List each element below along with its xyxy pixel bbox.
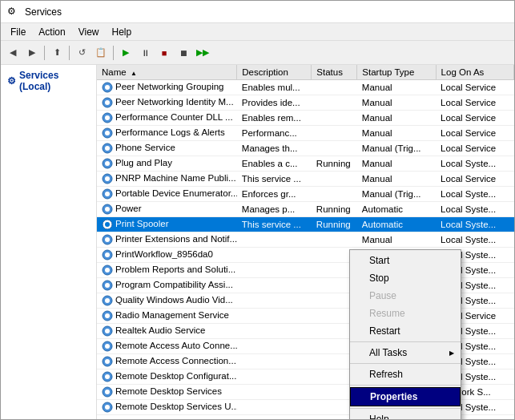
context-menu-separator xyxy=(350,341,461,342)
service-name: Peer Networking Identity M... xyxy=(97,95,237,111)
menu-view[interactable]: View xyxy=(72,25,106,39)
table-row[interactable]: PowerManages p...RunningAutomaticLocal S… xyxy=(97,202,514,217)
table-row[interactable]: Performance Logs & AlertsPerformanc...Ma… xyxy=(97,126,514,141)
svg-point-33 xyxy=(105,329,110,333)
context-menu-item-stop[interactable]: Stop xyxy=(350,269,461,287)
svg-point-11 xyxy=(105,161,110,166)
header-description[interactable]: Description xyxy=(237,65,312,80)
svg-point-35 xyxy=(105,344,110,349)
svg-point-7 xyxy=(105,131,110,135)
service-logon: Local Syste... xyxy=(436,187,513,202)
context-menu-item-help[interactable]: Help xyxy=(350,410,461,419)
header-name[interactable]: Name ▲ xyxy=(97,65,237,80)
svg-point-31 xyxy=(105,313,110,318)
resume-service-button[interactable]: ▶▶ xyxy=(194,44,211,62)
sort-arrow: ▲ xyxy=(131,70,137,77)
menu-help[interactable]: Help xyxy=(106,25,139,39)
service-name: Realtek Audio Service xyxy=(97,324,237,339)
table-row[interactable]: Plug and PlayEnables a c...RunningManual… xyxy=(97,156,514,172)
header-startup[interactable]: Startup Type xyxy=(357,65,436,80)
service-name: Remote Access Auto Conne... xyxy=(97,339,237,354)
toolbar-sep-1 xyxy=(44,46,45,60)
forward-button[interactable]: ▶ xyxy=(23,44,41,62)
toolbar-sep-2 xyxy=(69,46,70,60)
context-menu-item-properties[interactable]: Properties xyxy=(350,387,461,406)
context-menu-item-all-tasks[interactable]: All Tasks xyxy=(350,344,461,361)
table-row[interactable]: Printer Extensions and Notif...ManualLoc… xyxy=(97,232,514,248)
services-container[interactable]: Name ▲ Description Status Startup Type L… xyxy=(97,65,514,419)
service-desc xyxy=(237,263,312,278)
up-button[interactable]: ⬆ xyxy=(48,44,66,62)
svg-point-27 xyxy=(105,283,110,288)
service-name: Portable Device Enumerator... xyxy=(97,187,237,202)
service-desc xyxy=(237,354,312,370)
left-panel-title: ⚙ Services (Local) xyxy=(4,68,93,94)
service-status xyxy=(312,172,357,187)
service-desc xyxy=(237,293,312,309)
service-desc: Enables rem... xyxy=(237,111,312,126)
service-name: Plug and Play xyxy=(97,156,237,172)
service-name: Remote Desktop Services xyxy=(97,385,237,400)
service-startup: Manual (Trig... xyxy=(357,141,436,156)
service-name: Performance Counter DLL ... xyxy=(97,111,237,126)
window-icon: ⚙ xyxy=(7,6,20,18)
svg-point-5 xyxy=(105,115,110,120)
service-startup: Manual xyxy=(357,172,436,187)
service-status xyxy=(312,141,357,156)
table-row[interactable]: Portable Device Enumerator...Enforces gr… xyxy=(97,187,514,202)
service-desc xyxy=(237,370,312,385)
service-logon: Local Service xyxy=(436,126,513,141)
service-desc: Enables mul... xyxy=(237,80,312,95)
service-startup: Manual xyxy=(357,156,436,172)
service-status xyxy=(312,95,357,111)
svg-point-15 xyxy=(105,192,110,196)
svg-point-43 xyxy=(105,405,110,410)
table-header-row: Name ▲ Description Status Startup Type L… xyxy=(97,65,514,80)
menu-action[interactable]: Action xyxy=(32,25,71,39)
table-row[interactable]: Phone ServiceManages th...Manual (Trig..… xyxy=(97,141,514,156)
context-menu-item-refresh[interactable]: Refresh xyxy=(350,365,461,383)
service-desc: Performanc... xyxy=(237,126,312,141)
header-logon[interactable]: Log On As xyxy=(436,65,513,80)
table-row[interactable]: Peer Networking Identity M...Provides id… xyxy=(97,95,514,111)
title-bar: ⚙ Services xyxy=(1,1,514,23)
service-desc xyxy=(237,232,312,248)
service-startup: Manual xyxy=(357,95,436,111)
service-name: Program Compatibility Assi... xyxy=(97,278,237,293)
service-name: Remote Access Connection... xyxy=(97,354,237,370)
svg-point-25 xyxy=(105,268,110,273)
service-logon: Local Syste... xyxy=(436,217,513,232)
table-row[interactable]: PNRP Machine Name Publi...This service .… xyxy=(97,172,514,187)
context-menu-item-start[interactable]: Start xyxy=(350,252,461,269)
table-row[interactable]: Performance Counter DLL ...Enables rem..… xyxy=(97,111,514,126)
service-logon: Local Syste... xyxy=(436,232,513,248)
service-name: Print Spooler xyxy=(97,217,237,232)
header-status[interactable]: Status xyxy=(312,65,357,80)
svg-point-29 xyxy=(105,298,110,303)
table-row[interactable]: Peer Networking GroupingEnables mul...Ma… xyxy=(97,80,514,95)
stop-service-button[interactable]: ■ xyxy=(155,44,173,62)
refresh-button[interactable]: ↺ xyxy=(73,44,91,62)
service-name: PrintWorkflow_8956da0 xyxy=(97,248,237,263)
context-menu-item-restart[interactable]: Restart xyxy=(350,322,461,340)
svg-point-37 xyxy=(105,359,110,364)
svg-point-9 xyxy=(105,146,110,151)
context-menu-separator xyxy=(350,363,461,364)
context-menu-separator xyxy=(350,408,461,409)
back-button[interactable]: ◀ xyxy=(4,44,22,62)
service-name: Quality Windows Audio Vid... xyxy=(97,293,237,309)
context-menu-item-resume: Resume xyxy=(350,305,461,322)
export-button[interactable]: 📋 xyxy=(92,44,110,62)
service-desc xyxy=(237,400,312,415)
table-row[interactable]: Print SpoolerThis service ...RunningAuto… xyxy=(97,217,514,232)
svg-point-23 xyxy=(105,252,110,257)
restart-service-button[interactable]: ⏹ xyxy=(175,44,192,62)
pause-service-button[interactable]: ⏸ xyxy=(136,44,154,62)
service-status: Running xyxy=(312,202,357,217)
service-status xyxy=(312,232,357,248)
menu-file[interactable]: File xyxy=(4,25,32,39)
service-startup: Manual (Trig... xyxy=(357,187,436,202)
start-service-button[interactable]: ▶ xyxy=(117,44,135,62)
service-desc xyxy=(237,324,312,339)
service-status: Running xyxy=(312,217,357,232)
